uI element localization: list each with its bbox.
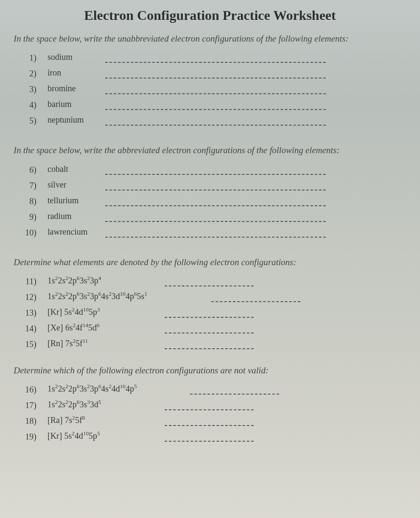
answer-blank[interactable] [105,212,326,222]
question-label: iron [48,68,94,78]
question-number: 1) [22,53,36,63]
question-label: barium [48,99,94,110]
question-row: 16) 1s22s22p63s23p64s24d104p5 [22,384,407,395]
question-row: 3) bromine [22,84,407,94]
answer-blank[interactable] [105,53,326,63]
question-number: 7) [22,181,36,190]
question-number: 5) [22,116,36,126]
page-title: Electron Configuration Practice Workshee… [13,8,407,23]
answer-blank[interactable] [165,431,254,442]
question-label: 1s22s22p63s23p64s23d104p65s1 [48,291,200,302]
answer-blank[interactable] [165,276,254,286]
question-row: 19) [Kr] 5s24d105p5 [22,431,407,442]
question-label: 1s22s22p63s33d5 [48,400,154,410]
answer-blank[interactable] [165,400,254,410]
answer-blank[interactable] [165,308,254,318]
question-row: 14) [Xe] 6s24f145d6 [22,323,407,333]
question-row: 17) 1s22s22p63s33d5 [22,400,407,410]
answer-blank[interactable] [105,84,326,94]
section-3-instructions: Determine what elements are denoted by t… [14,256,407,268]
section-4-instructions: Determine which of the following electro… [14,364,407,376]
question-number: 3) [22,84,36,94]
question-label: bromine [48,84,94,94]
section-1-instructions: In the space below, write the unabbrevia… [14,33,407,45]
question-row: 7) silver [22,180,407,190]
question-label: sodium [48,52,94,63]
question-number: 13) [22,308,36,318]
question-row: 18) [Ra] 7s25f8 [22,415,407,426]
question-row: 1) sodium [22,52,407,63]
question-row: 4) barium [22,99,407,110]
question-number: 9) [22,212,36,222]
question-number: 15) [22,339,36,349]
answer-blank[interactable] [105,68,326,78]
question-number: 10) [22,228,36,238]
question-row: 2) iron [22,68,407,78]
worksheet-page: Electron Configuration Practice Workshee… [0,0,420,518]
question-label: [Xe] 6s24f145d6 [48,323,154,333]
question-number: 6) [22,165,36,175]
question-number: 16) [22,385,36,395]
question-number: 12) [22,292,36,302]
question-label: [Rn] 7s25f11 [48,339,154,349]
answer-blank[interactable] [105,100,326,110]
answer-blank[interactable] [211,292,300,302]
question-number: 2) [22,69,36,78]
answer-blank[interactable] [105,115,326,126]
question-row: 13) [Kr] 5s24d105p3 [22,307,407,318]
question-number: 4) [22,100,36,110]
question-number: 19) [22,432,36,442]
question-label: neptunium [48,115,94,126]
question-row: 11) 1s22s22p63s23p4 [22,276,407,286]
question-row: 6) cobalt [22,164,407,175]
question-number: 18) [22,416,36,426]
question-label: [Kr] 5s24d105p3 [48,307,154,318]
answer-blank[interactable] [165,323,254,333]
question-number: 14) [22,324,36,333]
answer-blank[interactable] [190,384,279,395]
answer-blank[interactable] [165,339,254,349]
question-label: [Kr] 5s24d105p5 [48,431,154,442]
question-row: 8) tellurium [22,196,407,206]
section-2-instructions: In the space below, write the abbreviate… [14,144,407,156]
answer-blank[interactable] [105,165,326,175]
question-label: 1s22s22p63s23p4 [48,276,154,286]
question-row: 10) lawrencium [22,227,407,238]
question-label: radium [48,211,94,222]
question-label: silver [48,180,94,190]
answer-blank[interactable] [105,180,326,190]
question-label: tellurium [48,196,94,206]
question-row: 12) 1s22s22p63s23p64s23d104p65s1 [22,291,407,302]
question-row: 5) neptunium [22,115,407,126]
question-label: [Ra] 7s25f8 [48,415,154,426]
question-row: 15) [Rn] 7s25f11 [22,339,407,349]
question-number: 11) [22,277,36,286]
question-row: 9) radium [22,211,407,222]
answer-blank[interactable] [105,227,326,238]
question-label: 1s22s22p63s23p64s24d104p5 [48,384,179,395]
question-label: lawrencium [48,227,94,238]
question-number: 8) [22,196,36,206]
question-label: cobalt [48,164,94,175]
answer-blank[interactable] [105,196,326,206]
question-number: 17) [22,400,36,410]
answer-blank[interactable] [165,416,254,426]
